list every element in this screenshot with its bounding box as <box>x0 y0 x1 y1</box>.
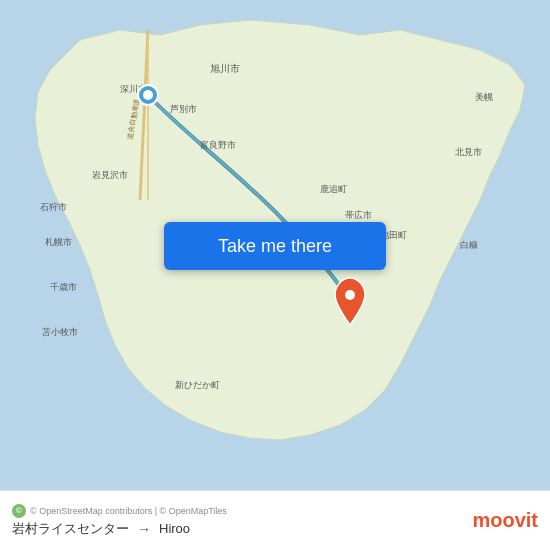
svg-text:鹿追町: 鹿追町 <box>320 184 347 194</box>
svg-text:北見市: 北見市 <box>455 147 482 157</box>
osm-logo: © <box>12 504 26 518</box>
route-info: 岩村ライスセンター → Hiroo <box>12 520 227 538</box>
svg-text:千歳市: 千歳市 <box>50 282 77 292</box>
svg-point-22 <box>345 290 355 300</box>
take-me-there-button[interactable]: Take me there <box>164 222 386 270</box>
svg-text:白糠: 白糠 <box>460 240 478 250</box>
svg-text:石狩市: 石狩市 <box>40 202 67 212</box>
attribution: © © OpenStreetMap contributors | © OpenM… <box>12 504 227 518</box>
map-container[interactable]: 旭川市 深川市 芦別市 富良野市 岩見沢市 石狩市 札幌市 千歳市 苫小牧市 新… <box>0 0 550 490</box>
svg-text:新ひだか町: 新ひだか町 <box>175 380 220 390</box>
moovit-logo: moovit <box>472 509 538 532</box>
svg-text:美幌: 美幌 <box>475 92 493 102</box>
svg-point-21 <box>143 90 153 100</box>
svg-text:旭川市: 旭川市 <box>210 63 240 74</box>
route-arrow: → <box>137 521 151 537</box>
route-to: Hiroo <box>159 521 190 536</box>
attribution-text: © OpenStreetMap contributors | © OpenMap… <box>30 506 227 516</box>
svg-text:札幌市: 札幌市 <box>45 237 72 247</box>
svg-text:芦別市: 芦別市 <box>170 104 197 114</box>
svg-text:富良野市: 富良野市 <box>200 140 236 150</box>
route-from: 岩村ライスセンター <box>12 520 129 538</box>
moovit-text: moovit <box>472 509 538 532</box>
footer-left: © © OpenStreetMap contributors | © OpenM… <box>12 504 227 538</box>
svg-text:帯広市: 帯広市 <box>345 210 372 220</box>
footer: © © OpenStreetMap contributors | © OpenM… <box>0 490 550 550</box>
svg-text:岩見沢市: 岩見沢市 <box>92 170 128 180</box>
svg-text:苫小牧市: 苫小牧市 <box>42 327 78 337</box>
